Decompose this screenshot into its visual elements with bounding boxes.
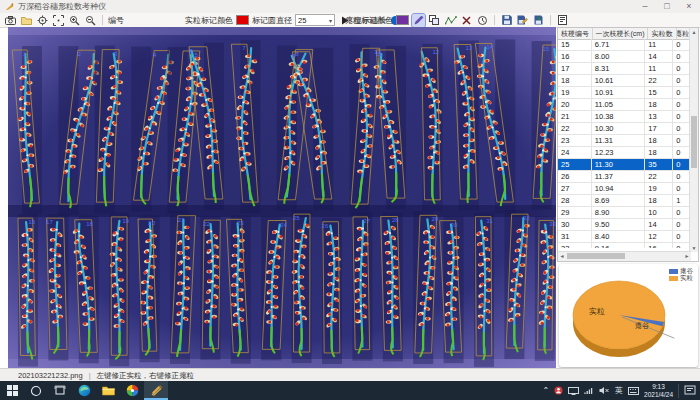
table-row[interactable]: 1910.91150 [558, 87, 690, 99]
network-icon[interactable] [584, 387, 594, 395]
save-edit-icon[interactable] [516, 14, 529, 27]
edge-browser-icon[interactable] [72, 381, 96, 400]
table-row[interactable]: 2311.31180 [558, 135, 690, 147]
scroll-up-arrow[interactable]: ▲ [690, 28, 698, 36]
task-view-icon[interactable] [48, 381, 72, 400]
volume-muted-icon[interactable] [599, 386, 610, 395]
save-export-icon[interactable] [532, 14, 545, 27]
table-cell: 9.50 [592, 219, 646, 230]
fit-screen-icon[interactable] [52, 14, 65, 27]
number-button[interactable]: 编号 [108, 15, 124, 26]
table-cell: 9.16 [592, 243, 646, 248]
target-icon[interactable] [36, 14, 49, 27]
table-cell: 0 [673, 147, 690, 158]
pencil-tool-icon[interactable] [412, 14, 425, 27]
table-row[interactable]: 178.31110 [558, 63, 690, 75]
table-row[interactable]: 156.71110 [558, 39, 690, 51]
mark-diameter-label: 标记圆直径 [252, 15, 292, 26]
horizontal-scroll-thumb[interactable] [567, 253, 625, 259]
mark-diameter-combobox[interactable]: 25 ▾ [295, 14, 335, 26]
table-row[interactable]: 2710.94190 [558, 183, 690, 195]
app-logo-icon[interactable] [120, 381, 144, 400]
maximize-button[interactable]: □ [656, 0, 678, 13]
report-icon[interactable] [556, 14, 569, 27]
start-button[interactable] [0, 381, 24, 400]
zoom-out-icon[interactable] [84, 14, 97, 27]
svg-text:20: 20 [148, 220, 155, 226]
table-cell: 18 [645, 99, 673, 110]
table-row[interactable]: 309.50140 [558, 219, 690, 231]
blighted-grain-color-swatch[interactable] [396, 15, 409, 25]
svg-text:瘪谷: 瘪谷 [635, 322, 649, 330]
table-cell: 18 [558, 75, 592, 86]
chevron-down-icon: ▾ [329, 17, 332, 24]
table-cell: 14 [645, 51, 673, 62]
table-cell: 20 [558, 99, 592, 110]
table-row[interactable]: 288.69181 [558, 195, 690, 207]
taskbar-clock[interactable]: 9:13 2021/4/24 [644, 383, 673, 398]
open-folder-icon[interactable] [20, 14, 33, 27]
column-header[interactable]: 一次枝梗长(cm) [593, 28, 648, 39]
real-grain-color-label: 实粒标记颜色 [185, 15, 233, 26]
column-header[interactable]: 实粒数 [648, 28, 677, 39]
table-cell: 0 [673, 159, 690, 170]
panicle-branches-photo: 1234567891011121314151617181920212223242… [8, 27, 556, 368]
table-row[interactable]: 2210.30170 [558, 123, 690, 135]
table-row[interactable]: 2110.38130 [558, 111, 690, 123]
table-cell: 18 [645, 195, 673, 206]
table-row[interactable]: 168.00140 [558, 51, 690, 63]
search-icon[interactable] [24, 381, 48, 400]
table-row[interactable]: 2412.23180 [558, 147, 690, 159]
table-vertical-scrollbar[interactable]: ▲ ▼ [689, 28, 698, 252]
svg-text:33: 33 [549, 221, 556, 227]
delete-icon[interactable] [460, 14, 473, 27]
table-row[interactable]: 1810.61220 [558, 75, 690, 87]
table-cell: 25 [558, 159, 592, 170]
table-cell: 10.61 [592, 75, 646, 86]
ime-indicator[interactable]: 英 [615, 385, 623, 396]
copy-region-icon[interactable] [428, 14, 441, 27]
table-cell: 10.30 [592, 123, 646, 134]
minimize-button[interactable]: – [634, 0, 656, 13]
svg-text:12: 12 [432, 49, 439, 55]
notification-alert-icon[interactable] [554, 386, 563, 395]
scroll-down-arrow[interactable]: ▼ [690, 244, 698, 252]
tray-expand-icon[interactable]: ⌃ [542, 386, 549, 395]
toolbar-separator [550, 15, 551, 25]
svg-text:24: 24 [280, 222, 287, 228]
display-icon[interactable] [568, 387, 579, 395]
table-cell: 0 [673, 231, 690, 242]
scroll-left-arrow[interactable]: ◄ [558, 252, 566, 261]
table-row[interactable]: 2011.05180 [558, 99, 690, 111]
save-icon[interactable] [500, 14, 513, 27]
undo-history-icon[interactable] [476, 14, 489, 27]
scroll-right-arrow[interactable]: ► [683, 252, 691, 261]
table-cell: 0 [673, 51, 690, 62]
table-cell: 10 [645, 207, 673, 218]
zoom-in-icon[interactable] [68, 14, 81, 27]
touch-keyboard-icon[interactable] [628, 387, 639, 395]
svg-text:14: 14 [487, 44, 494, 50]
table-horizontal-scrollbar[interactable]: ◄ ► [558, 251, 691, 261]
table-row[interactable]: 318.40120 [558, 231, 690, 243]
table-cell: 22 [558, 123, 592, 134]
action-center-icon[interactable] [684, 385, 696, 396]
table-row[interactable]: 298.90100 [558, 207, 690, 219]
close-button[interactable]: × [678, 0, 700, 13]
file-explorer-icon[interactable] [96, 381, 120, 400]
legend-swatch-filled [669, 276, 678, 281]
svg-text:19: 19 [122, 218, 129, 224]
specimen-image-canvas[interactable]: 1234567891011121314151617181920212223242… [8, 27, 556, 368]
table-cell: 12.23 [592, 147, 646, 158]
real-grain-color-swatch[interactable] [236, 15, 249, 25]
vertical-scroll-thumb[interactable] [691, 116, 697, 168]
table-row[interactable]: 329.16160 [558, 243, 690, 248]
table-cell: 26 [558, 171, 592, 182]
column-header[interactable]: 枝梗编号 [558, 28, 593, 39]
table-row[interactable]: 2611.37220 [558, 171, 690, 183]
camera-icon[interactable] [4, 14, 17, 27]
polyline-measure-icon[interactable] [444, 14, 457, 27]
current-app-taskbar-button[interactable] [144, 381, 168, 400]
table-row[interactable]: 2511.30350 [558, 159, 690, 171]
table-cell: 22 [645, 171, 673, 182]
